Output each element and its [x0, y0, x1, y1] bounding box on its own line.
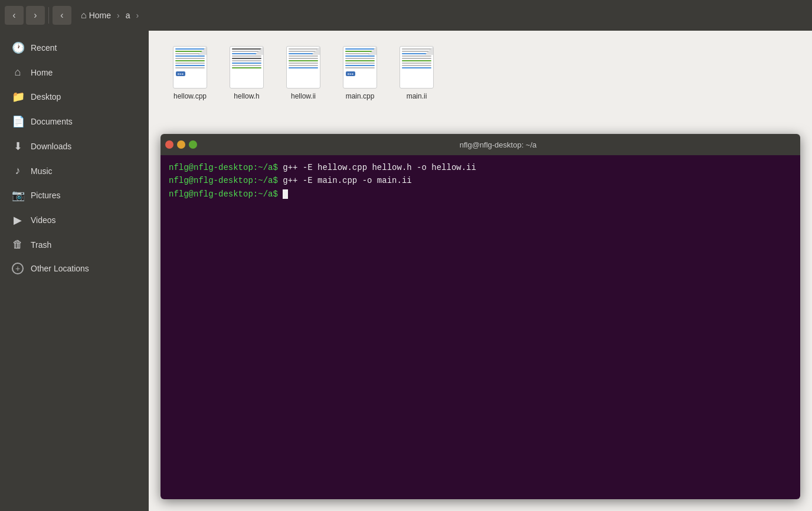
terminal-command-2: g++ -E main.cpp -o main.ii — [278, 176, 412, 185]
sidebar-item-desktop[interactable]: 📁 Desktop — [2, 84, 146, 109]
sidebar-item-trash[interactable]: 🗑 Trash — [2, 232, 146, 257]
recent-icon: 🕐 — [12, 41, 24, 54]
file-icon-main-cpp: c++ — [343, 46, 377, 89]
terminal-prompt-2: nflg@nflg-desktop:~/a$ — [169, 176, 278, 185]
sidebar-item-recent[interactable]: 🕐 Recent — [2, 35, 146, 60]
file-item-hellow-h[interactable]: hellow.h — [223, 42, 270, 104]
file-content — [287, 47, 320, 70]
sidebar-item-downloads[interactable]: ⬇ Downloads — [2, 134, 146, 159]
music-icon: ♪ — [12, 165, 24, 177]
terminal-maximize-button[interactable] — [189, 140, 197, 149]
file-item-hellow-cpp[interactable]: c++ hellow.cpp — [166, 42, 214, 104]
file-item-main-ii[interactable]: main.ii — [393, 42, 440, 104]
terminal-body[interactable]: nflg@nflg-desktop:~/a$ g++ -E hellow.cpp… — [161, 155, 800, 499]
terminal-prompt-1: nflg@nflg-desktop:~/a$ — [169, 163, 278, 172]
file-content — [230, 47, 263, 70]
cpp-badge: c++ — [346, 71, 355, 76]
file-icon-hellow-ii — [286, 46, 320, 89]
file-name-hellow-cpp: hellow.cpp — [173, 92, 207, 100]
sidebar-item-pictures-label: Pictures — [31, 191, 137, 200]
terminal-command-1: g++ -E hellow.cpp hellow.h -o hellow.ii — [278, 163, 476, 172]
topbar: ‹ › ‹ ⌂ Home › a › — [0, 0, 812, 31]
breadcrumb-current-label: a — [126, 11, 130, 20]
file-item-main-cpp[interactable]: c++ main.cpp — [336, 42, 384, 104]
sidebar-item-recent-label: Recent — [31, 43, 137, 53]
trash-icon: 🗑 — [12, 238, 24, 251]
home-sidebar-icon: ⌂ — [12, 66, 24, 78]
terminal-command-3 — [278, 189, 283, 199]
sidebar-item-pictures[interactable]: 📷 Pictures — [2, 183, 146, 208]
sidebar-item-other-locations-label: Other Locations — [31, 264, 137, 273]
forward-button[interactable]: › — [26, 6, 45, 25]
sidebar-item-videos-label: Videos — [31, 215, 137, 225]
breadcrumb-end-arrow: › — [136, 11, 139, 20]
sidebar-item-other-locations[interactable]: + Other Locations — [2, 257, 146, 280]
breadcrumb: ⌂ Home › a › — [76, 8, 139, 23]
file-icon-hellow-cpp: c++ — [173, 46, 207, 89]
sidebar-item-home-label: Home — [31, 68, 137, 77]
sidebar-item-documents[interactable]: 📄 Documents — [2, 109, 146, 134]
add-icon: + — [12, 263, 24, 274]
file-content — [173, 47, 207, 70]
pictures-icon: 📷 — [12, 189, 24, 202]
terminal-line-2: nflg@nflg-desktop:~/a$ g++ -E main.cpp -… — [169, 174, 792, 187]
breadcrumb-home[interactable]: ⌂ Home — [76, 8, 116, 23]
breadcrumb-home-label: Home — [89, 11, 111, 20]
topbar-separator — [48, 7, 49, 24]
breadcrumb-separator: › — [117, 11, 120, 20]
terminal-window: nflg@nflg-desktop: ~/a nflg@nflg-desktop… — [161, 134, 800, 499]
terminal-minimize-button[interactable] — [177, 140, 185, 149]
file-name-main-cpp: main.cpp — [346, 92, 375, 100]
sidebar-item-trash-label: Trash — [31, 240, 137, 250]
downloads-icon: ⬇ — [12, 140, 24, 153]
file-content — [400, 47, 433, 70]
sidebar-item-downloads-label: Downloads — [31, 142, 137, 151]
sidebar-item-home[interactable]: ⌂ Home — [2, 60, 146, 84]
sidebar-item-documents-label: Documents — [31, 117, 137, 126]
file-name-hellow-h: hellow.h — [234, 92, 259, 100]
terminal-line-3: nflg@nflg-desktop:~/a$ — [169, 188, 792, 201]
terminal-close-button[interactable] — [165, 140, 173, 149]
documents-icon: 📄 — [12, 115, 24, 128]
breadcrumb-current[interactable]: a — [121, 8, 135, 22]
sidebar: 🕐 Recent ⌂ Home 📁 Desktop 📄 Documents ⬇ … — [0, 31, 149, 511]
main-area: 🕐 Recent ⌂ Home 📁 Desktop 📄 Documents ⬇ … — [0, 31, 812, 511]
sidebar-item-videos[interactable]: ▶ Videos — [2, 208, 146, 232]
videos-icon: ▶ — [12, 214, 24, 227]
file-content — [343, 47, 376, 70]
content-area: c++ hellow.cpp — [149, 31, 812, 511]
terminal-line-1: nflg@nflg-desktop:~/a$ g++ -E hellow.cpp… — [169, 161, 792, 174]
up-button[interactable]: ‹ — [53, 6, 71, 25]
file-icon-main-ii — [400, 46, 434, 89]
sidebar-item-music-label: Music — [31, 166, 137, 176]
desktop-icon: 📁 — [12, 90, 24, 103]
terminal-prompt-3: nflg@nflg-desktop:~/a$ — [169, 189, 278, 199]
cpp-badge: c++ — [176, 71, 185, 76]
terminal-cursor — [283, 189, 288, 199]
file-item-hellow-ii[interactable]: hellow.ii — [280, 42, 327, 104]
sidebar-item-music[interactable]: ♪ Music — [2, 159, 146, 183]
up-icon: ‹ — [60, 10, 63, 21]
file-icon-hellow-h — [230, 46, 264, 89]
home-icon: ⌂ — [81, 10, 87, 21]
files-row: c++ hellow.cpp — [149, 31, 812, 116]
file-name-main-ii: main.ii — [407, 92, 427, 100]
sidebar-item-desktop-label: Desktop — [31, 92, 137, 101]
forward-icon: › — [34, 10, 37, 21]
back-button[interactable]: ‹ — [5, 6, 24, 25]
terminal-titlebar: nflg@nflg-desktop: ~/a — [161, 134, 800, 155]
terminal-title: nflg@nflg-desktop: ~/a — [201, 140, 795, 149]
file-name-hellow-ii: hellow.ii — [291, 92, 316, 100]
back-icon: ‹ — [12, 10, 15, 21]
